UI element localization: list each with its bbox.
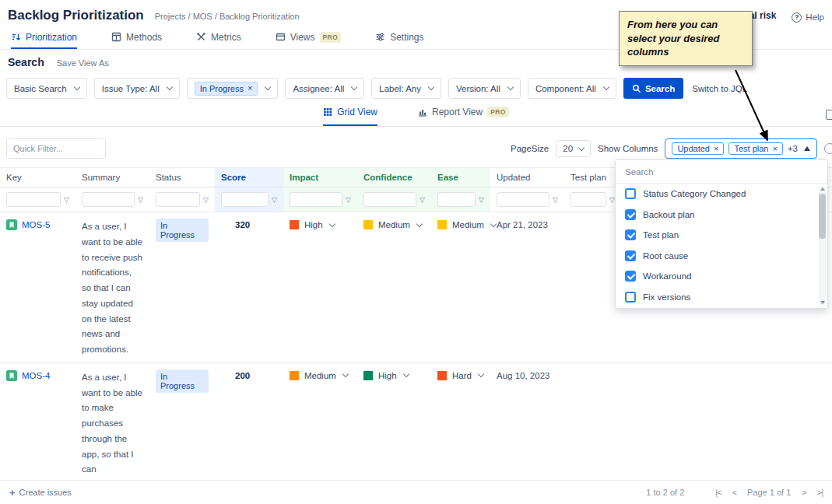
pagination-last-icon[interactable]: >| [817, 488, 823, 497]
status-filter-chip[interactable]: In Progress × [195, 82, 258, 96]
pagination-prev-icon[interactable]: < [732, 488, 736, 497]
funnel-icon[interactable]: ▽ [138, 196, 143, 204]
help-button[interactable]: ? Help [792, 12, 824, 23]
tab-methods[interactable]: Methods [111, 31, 162, 49]
assignee-select[interactable]: Assignee: All [285, 78, 364, 99]
switch-to-jql-link[interactable]: Switch to JQL [692, 84, 747, 93]
columns-search-input[interactable] [616, 160, 827, 184]
ease-filter-input[interactable] [437, 192, 476, 207]
column-option-status-category-changed[interactable]: Status Category Changed [616, 184, 827, 205]
column-option-label: Test plan [643, 230, 679, 240]
checkbox[interactable] [625, 292, 636, 303]
tab-metrics[interactable]: Metrics [196, 31, 241, 49]
impact-select[interactable]: High [283, 212, 357, 234]
close-icon[interactable]: × [772, 145, 777, 153]
impact-select[interactable]: Medium [283, 363, 357, 385]
funnel-icon[interactable]: ▽ [553, 196, 558, 204]
funnel-icon[interactable]: ▽ [479, 196, 484, 204]
chevron-down-icon [166, 84, 172, 90]
column-chip-testplan[interactable]: Test plan × [728, 142, 782, 155]
expand-icon[interactable] [826, 110, 832, 120]
tab-views[interactable]: Views PRO [276, 31, 341, 49]
save-view-as-link[interactable]: Save View As [57, 58, 109, 68]
column-option-backout-plan[interactable]: Backout plan [616, 205, 827, 226]
score-cell: 200 [215, 363, 283, 385]
column-option-root-cause[interactable]: Root cause [616, 246, 827, 267]
impact-filter-input[interactable] [290, 192, 342, 207]
pagination-first-icon[interactable]: |< [715, 488, 721, 497]
issue-type-select[interactable]: Issue Type: All [94, 78, 180, 99]
scroll-up-icon[interactable] [820, 187, 825, 191]
label-select[interactable]: Label: Any [371, 78, 441, 99]
funnel-icon[interactable]: ▽ [420, 196, 425, 204]
testplan-filter-input[interactable] [570, 192, 606, 207]
funnel-icon[interactable]: ▽ [272, 196, 277, 204]
column-option-fix-versions[interactable]: Fix versions [616, 287, 827, 308]
status-badge[interactable]: In Progress [156, 219, 209, 242]
column-header-status[interactable]: Status [149, 168, 215, 187]
issue-key-link[interactable]: MOS-4 [22, 371, 50, 380]
panel-scrollbar[interactable] [819, 186, 826, 306]
key-filter-input[interactable] [6, 192, 61, 207]
confidence-select[interactable]: High [357, 363, 431, 385]
prioritize-icon [11, 32, 21, 42]
show-columns-select[interactable]: Updated × Test plan × +3 [665, 138, 817, 159]
status-filter-input[interactable] [156, 192, 200, 207]
column-header-summary[interactable]: Summary [75, 168, 149, 187]
component-select[interactable]: Component: All [528, 78, 616, 99]
pagination-next-icon[interactable]: > [802, 488, 806, 497]
breadcrumb[interactable]: Projects / MOS / Backlog Prioritization [155, 12, 300, 21]
checkbox[interactable] [625, 250, 636, 261]
checkbox[interactable] [625, 209, 636, 220]
close-icon[interactable]: × [247, 84, 252, 93]
column-header-key[interactable]: Key [0, 168, 75, 187]
create-issues-button[interactable]: + Create issues [9, 487, 72, 499]
confidence-filter-input[interactable] [363, 192, 416, 207]
plus-icon: + [9, 487, 16, 499]
score-filter-input[interactable] [221, 192, 269, 207]
search-button-label: Search [645, 84, 675, 93]
column-header-updated[interactable]: Updated [490, 168, 564, 187]
funnel-icon[interactable]: ▽ [64, 196, 69, 204]
tab-settings[interactable]: Settings [375, 31, 423, 49]
column-header-impact[interactable]: Impact [283, 168, 357, 187]
updated-filter-input[interactable] [497, 192, 549, 207]
status-badge[interactable]: In Progress [156, 369, 209, 393]
report-icon [418, 107, 427, 117]
scroll-down-icon[interactable] [820, 301, 825, 304]
funnel-icon[interactable]: ▽ [346, 196, 351, 204]
column-option-test-plan[interactable]: Test plan [616, 225, 827, 246]
quick-filter-input[interactable] [6, 138, 106, 159]
tab-prioritization[interactable]: Prioritization [11, 31, 77, 49]
filter-cell-key: ▽ [0, 187, 75, 212]
status-filter-chip-label: In Progress [200, 84, 244, 93]
scrollbar-thumb[interactable] [819, 194, 826, 239]
ease-select[interactable]: Medium [431, 212, 490, 234]
tab-report-view[interactable]: Report View PRO [418, 105, 509, 126]
issue-key-link[interactable]: MOS-5 [22, 220, 50, 229]
checkbox[interactable] [625, 188, 636, 199]
more-icon[interactable] [824, 143, 832, 154]
basic-search-select[interactable]: Basic Search [6, 78, 87, 99]
confidence-color-swatch [363, 220, 373, 229]
tab-grid-view[interactable]: Grid View [323, 105, 377, 126]
search-button[interactable]: Search [623, 78, 683, 99]
column-header-score[interactable]: Score [215, 168, 283, 187]
confidence-select[interactable]: Medium [357, 212, 431, 234]
page-size-select[interactable]: 20 [556, 140, 591, 157]
close-icon[interactable]: × [714, 145, 718, 153]
summary-filter-input[interactable] [82, 192, 135, 207]
funnel-icon[interactable]: ▽ [203, 196, 209, 204]
column-header-ease[interactable]: Ease [431, 168, 490, 187]
ease-select[interactable]: Hard [431, 363, 490, 385]
column-chip-updated[interactable]: Updated × [672, 142, 724, 155]
column-option-workaround[interactable]: Workaround [616, 266, 827, 287]
funnel-icon[interactable]: ▽ [609, 196, 615, 204]
create-issues-label: Create issues [19, 488, 72, 497]
checkbox[interactable] [625, 271, 636, 282]
checkbox[interactable] [625, 229, 636, 240]
status-filter-select[interactable]: In Progress × [187, 78, 279, 99]
column-header-confidence[interactable]: Confidence [357, 168, 431, 187]
chevron-up-icon[interactable] [804, 146, 810, 151]
version-select[interactable]: Version: All [448, 78, 521, 99]
